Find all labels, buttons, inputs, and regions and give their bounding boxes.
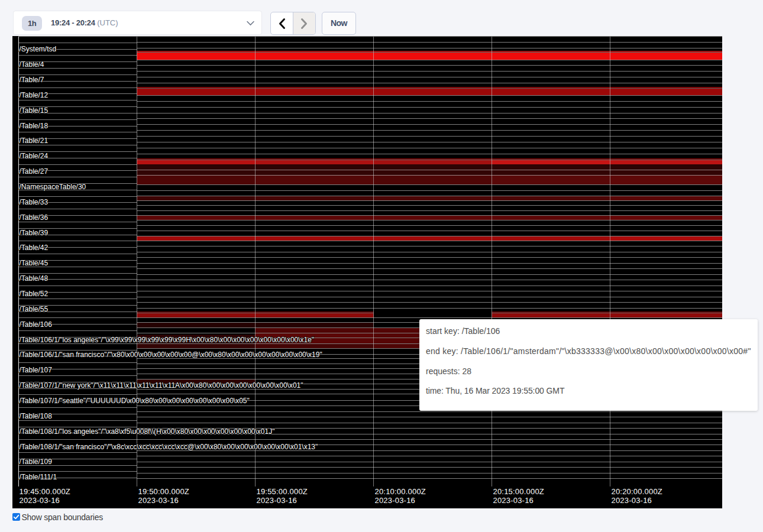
- svg-text:/Table/45: /Table/45: [20, 259, 49, 267]
- svg-text:/Table/4: /Table/4: [20, 60, 44, 69]
- svg-text:/Table/108: /Table/108: [20, 412, 53, 420]
- svg-text:/Table/55: /Table/55: [20, 305, 49, 313]
- svg-text:/Table/106/1/"san francisco"/": /Table/106/1/"san francisco"/"\x80\x00\x…: [20, 351, 322, 359]
- svg-text:/Table/24: /Table/24: [20, 152, 49, 160]
- svg-text:19:55:00.000Z: 19:55:00.000Z: [257, 487, 308, 496]
- svg-text:/Table/107: /Table/107: [20, 366, 53, 374]
- svg-text:/Table/12: /Table/12: [20, 91, 49, 99]
- svg-text:2023-03-16: 2023-03-16: [257, 496, 298, 505]
- svg-text:2023-03-16: 2023-03-16: [612, 496, 652, 505]
- svg-text:/Table/108/1/"san francisco"/": /Table/108/1/"san francisco"/"\x8c\xcc\x…: [20, 443, 318, 451]
- svg-text:/Table/106/1/"los angeles"/"\x: /Table/106/1/"los angeles"/"\x99\x99\x99…: [20, 336, 315, 344]
- svg-text:/Table/108/1/"los angeles"/"\x: /Table/108/1/"los angeles"/"\xa8\xf5\u00…: [20, 427, 275, 436]
- svg-text:/NamespaceTable/30: /NamespaceTable/30: [20, 183, 86, 191]
- svg-text:/Table/109: /Table/109: [20, 458, 53, 466]
- svg-text:19:50:00.000Z: 19:50:00.000Z: [138, 487, 189, 496]
- svg-text:2023-03-16: 2023-03-16: [375, 496, 416, 505]
- svg-text:/Table/15: /Table/15: [20, 106, 49, 115]
- svg-text:/Table/27: /Table/27: [20, 167, 49, 176]
- svg-text:/Table/106: /Table/106: [20, 320, 53, 329]
- svg-text:/Table/52: /Table/52: [20, 290, 49, 298]
- svg-text:/Table/33: /Table/33: [20, 198, 49, 206]
- svg-text:/Table/107/1/"new york"/"\x11\: /Table/107/1/"new york"/"\x11\x11\x11\x1…: [20, 381, 303, 390]
- svg-text:/Table/36: /Table/36: [20, 213, 49, 222]
- svg-text:2023-03-16: 2023-03-16: [138, 496, 179, 505]
- svg-text:/Table/48: /Table/48: [20, 274, 49, 283]
- svg-text:20:15:00.000Z: 20:15:00.000Z: [493, 487, 544, 496]
- svg-text:/Table/107/1/"seattle"/"UUUUUU: /Table/107/1/"seattle"/"UUUUUUD\x00\x80\…: [20, 397, 250, 405]
- svg-text:/Table/18: /Table/18: [20, 122, 49, 130]
- svg-text:/Table/7: /Table/7: [20, 76, 44, 84]
- svg-text:2023-03-16: 2023-03-16: [493, 496, 534, 505]
- svg-text:/Table/42: /Table/42: [20, 244, 49, 252]
- svg-text:19:45:00.000Z: 19:45:00.000Z: [20, 487, 70, 496]
- svg-text:/Table/111/1: /Table/111/1: [20, 473, 57, 481]
- svg-text:/System/tsd: /System/tsd: [20, 45, 57, 53]
- svg-text:2023-03-16: 2023-03-16: [20, 496, 60, 505]
- svg-text:/Table/21: /Table/21: [20, 137, 49, 145]
- svg-text:20:20:00.000Z: 20:20:00.000Z: [612, 487, 662, 496]
- svg-text:/Table/39: /Table/39: [20, 229, 49, 237]
- svg-text:20:10:00.000Z: 20:10:00.000Z: [375, 487, 426, 496]
